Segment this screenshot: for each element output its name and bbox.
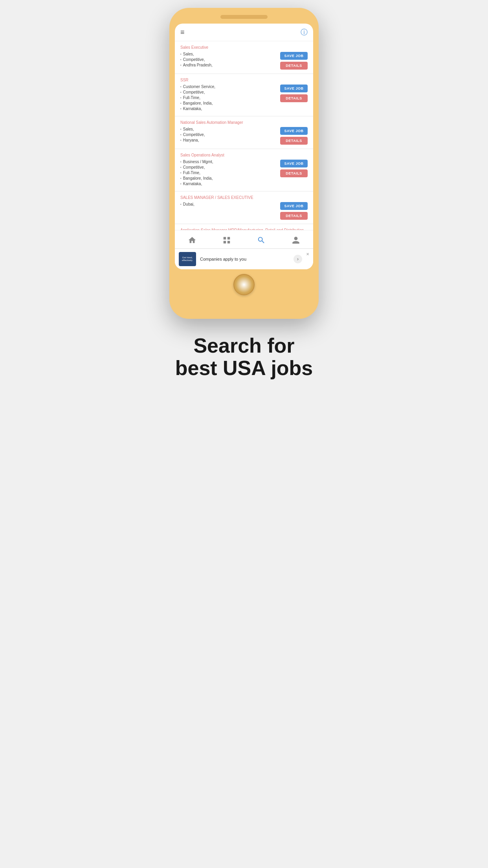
job-tag: Business / Mgmt, [180,160,276,164]
job-tag: Karnataka, [180,182,276,186]
job-content-2: Sales, Competitive, Haryana, SAVE JOB DE… [180,127,308,145]
job-title-1: SSR [180,78,308,82]
save-job-button-0[interactable]: SAVE JOB [280,52,308,60]
job-actions-2: SAVE JOB DETAILS [280,127,308,145]
job-details-left-3: Business / Mgmt, Competitive, Full-Time,… [180,160,276,187]
job-title-4: SALES MANAGER / SALES EXECUTIVE [180,195,308,200]
info-icon[interactable]: ⓘ [301,28,308,37]
job-title-5: Application Sales Manager MRD/Manufactur… [180,228,308,230]
details-button-4[interactable]: DETAILS [280,212,308,220]
ad-banner: Get hired, effectively. Companies apply … [175,248,313,269]
job-content-0: Sales, Competitive, Andhra Pradesh, SAVE… [180,52,308,70]
details-button-0[interactable]: DETAILS [280,62,308,70]
tagline-line1: Search for [193,334,294,357]
tagline-section: Search for best USA jobs [167,335,321,379]
job-actions-4: SAVE JOB DETAILS [280,202,308,220]
job-tag: Competitive, [180,90,276,94]
phone-screen: ≡ ⓘ Sales Executive Sales, Competitive, … [175,24,313,269]
job-title-2: National Sales Automation Manager [180,120,308,125]
tagline-text: Search for best USA jobs [175,335,313,379]
details-button-3[interactable]: DETAILS [280,169,308,177]
job-title-0: Sales Executive [180,45,308,50]
job-tag: Full-Time, [180,96,276,100]
job-card-2: National Sales Automation Manager Sales,… [175,116,313,149]
ad-arrow[interactable]: › [294,255,302,263]
job-tag: Full-Time, [180,171,276,175]
save-job-button-4[interactable]: SAVE JOB [280,202,308,210]
save-job-button-1[interactable]: SAVE JOB [280,85,308,92]
job-tag: Competitive, [180,132,276,137]
job-card-0: Sales Executive Sales, Competitive, Andh… [175,41,313,74]
job-tag: Bangalore, India, [180,101,276,105]
job-tag: Karnataka, [180,107,276,111]
hamburger-icon[interactable]: ≡ [180,28,185,37]
job-content-3: Business / Mgmt, Competitive, Full-Time,… [180,160,308,187]
job-tag: Sales, [180,127,276,131]
nav-profile[interactable] [287,234,305,246]
nav-home[interactable] [183,234,201,246]
nav-grid[interactable] [218,234,236,246]
job-tag: Sales, [180,52,276,56]
job-details-left-4: Dubai, [180,202,276,208]
job-details-left-0: Sales, Competitive, Andhra Pradesh, [180,52,276,68]
job-actions-3: SAVE JOB DETAILS [280,160,308,177]
job-actions-0: SAVE JOB DETAILS [280,52,308,70]
job-tag: Competitive, [180,165,276,169]
ad-message: Companies apply to you [200,257,290,261]
app-header: ≡ ⓘ [175,24,313,41]
ad-thumbnail: Get hired, effectively. [179,252,196,266]
phone-frame: ≡ ⓘ Sales Executive Sales, Competitive, … [169,8,319,319]
tagline-line2: best USA jobs [175,357,313,379]
details-button-1[interactable]: DETAILS [280,94,308,102]
job-tag: Bangalore, India, [180,176,276,180]
job-tag: Customer Service, [180,85,276,89]
job-card-3: Sales Operations Analyst Business / Mgmt… [175,149,313,191]
job-card-5: Application Sales Manager MRD/Manufactur… [175,224,313,230]
job-actions-1: SAVE JOB DETAILS [280,85,308,102]
nav-search[interactable] [252,234,270,246]
details-button-2[interactable]: DETAILS [280,137,308,145]
job-tag: Competitive, [180,57,276,62]
save-job-button-3[interactable]: SAVE JOB [280,160,308,167]
ad-close-button[interactable]: ✕ [306,252,309,256]
job-card-4: SALES MANAGER / SALES EXECUTIVE Dubai, S… [175,191,313,224]
bottom-nav [175,230,313,248]
job-tag: Andhra Pradesh, [180,63,276,67]
save-job-button-2[interactable]: SAVE JOB [280,127,308,135]
job-content-4: Dubai, SAVE JOB DETAILS [180,202,308,220]
home-button[interactable] [233,274,255,295]
job-content-1: Customer Service, Competitive, Full-Time… [180,85,308,112]
job-list: Sales Executive Sales, Competitive, Andh… [175,41,313,230]
job-tag: Haryana, [180,138,276,142]
job-details-left-1: Customer Service, Competitive, Full-Time… [180,85,276,112]
job-details-left-2: Sales, Competitive, Haryana, [180,127,276,143]
job-tag: Dubai, [180,202,276,206]
job-card-1: SSR Customer Service, Competitive, Full-… [175,74,313,116]
ad-thumb-text: Get hired, effectively. [180,256,195,262]
job-title-3: Sales Operations Analyst [180,153,308,157]
